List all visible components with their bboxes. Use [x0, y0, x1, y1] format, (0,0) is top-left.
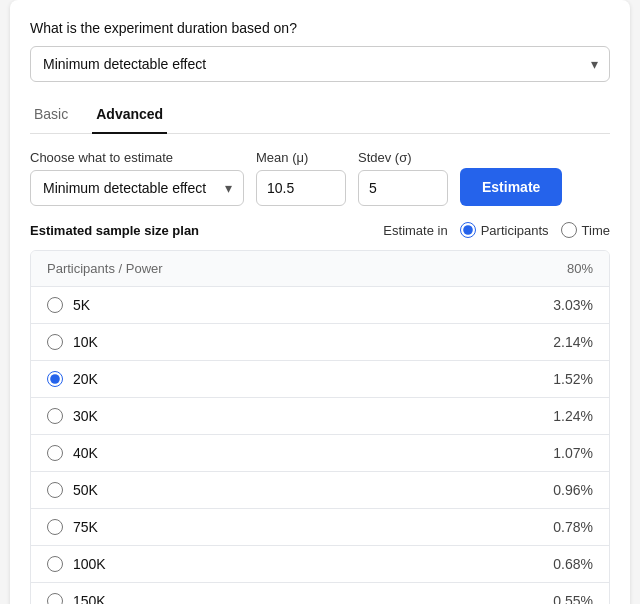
- tabs-container: Basic Advanced: [30, 98, 610, 134]
- table-row: 10K2.14%: [31, 324, 609, 361]
- table-row: 100K0.68%: [31, 546, 609, 583]
- row-value-30k: 1.24%: [420, 398, 609, 435]
- row-participants-cell: 10K: [31, 324, 420, 361]
- mean-control-group: Mean (μ): [256, 150, 346, 206]
- question-label: What is the experiment duration based on…: [30, 20, 610, 36]
- estimate-control-group: Choose what to estimate Minimum detectab…: [30, 150, 244, 206]
- row-radio-30k[interactable]: [47, 408, 63, 424]
- row-label-75k: 75K: [73, 519, 98, 535]
- estimate-in-group: Estimate in Participants Time: [383, 222, 610, 238]
- table-row: 30K1.24%: [31, 398, 609, 435]
- table-row: 50K0.96%: [31, 472, 609, 509]
- row-radio-10k[interactable]: [47, 334, 63, 350]
- row-label-50k: 50K: [73, 482, 98, 498]
- row-radio-20k[interactable]: [47, 371, 63, 387]
- row-participants-cell: 5K: [31, 287, 420, 324]
- row-participants-cell: 20K: [31, 361, 420, 398]
- table-row: 150K0.55%: [31, 583, 609, 605]
- row-value-5k: 3.03%: [420, 287, 609, 324]
- controls-row: Choose what to estimate Minimum detectab…: [30, 150, 610, 206]
- row-radio-label-150k[interactable]: 150K: [47, 593, 404, 604]
- row-participants-cell: 30K: [31, 398, 420, 435]
- row-label-30k: 30K: [73, 408, 98, 424]
- participants-radio[interactable]: [460, 222, 476, 238]
- col-power-header: 80%: [420, 251, 609, 287]
- time-radio[interactable]: [561, 222, 577, 238]
- row-participants-cell: 40K: [31, 435, 420, 472]
- row-value-10k: 2.14%: [420, 324, 609, 361]
- row-participants-cell: 100K: [31, 546, 420, 583]
- row-value-75k: 0.78%: [420, 509, 609, 546]
- section-header: Estimated sample size plan Estimate in P…: [30, 222, 610, 238]
- table-row: 20K1.52%: [31, 361, 609, 398]
- row-label-150k: 150K: [73, 593, 106, 604]
- main-card: What is the experiment duration based on…: [10, 0, 630, 604]
- mean-label: Mean (μ): [256, 150, 346, 165]
- row-label-5k: 5K: [73, 297, 90, 313]
- row-value-40k: 1.07%: [420, 435, 609, 472]
- stdev-control-group: Stdev (σ): [358, 150, 448, 206]
- table-row: 5K3.03%: [31, 287, 609, 324]
- row-label-10k: 10K: [73, 334, 98, 350]
- stdev-label: Stdev (σ): [358, 150, 448, 165]
- row-value-50k: 0.96%: [420, 472, 609, 509]
- table-row: 75K0.78%: [31, 509, 609, 546]
- tab-basic[interactable]: Basic: [30, 98, 72, 134]
- estimate-button[interactable]: Estimate: [460, 168, 562, 206]
- participants-radio-option[interactable]: Participants: [460, 222, 549, 238]
- row-radio-label-5k[interactable]: 5K: [47, 297, 404, 313]
- section-title: Estimated sample size plan: [30, 223, 199, 238]
- row-participants-cell: 50K: [31, 472, 420, 509]
- row-radio-label-10k[interactable]: 10K: [47, 334, 404, 350]
- row-radio-75k[interactable]: [47, 519, 63, 535]
- row-radio-label-100k[interactable]: 100K: [47, 556, 404, 572]
- row-label-40k: 40K: [73, 445, 98, 461]
- row-radio-40k[interactable]: [47, 445, 63, 461]
- row-radio-5k[interactable]: [47, 297, 63, 313]
- table-row: 40K1.07%: [31, 435, 609, 472]
- row-participants-cell: 75K: [31, 509, 420, 546]
- time-label: Time: [582, 223, 610, 238]
- row-value-20k: 1.52%: [420, 361, 609, 398]
- participants-label: Participants: [481, 223, 549, 238]
- row-radio-label-20k[interactable]: 20K: [47, 371, 404, 387]
- duration-select[interactable]: Minimum detectable effect Fixed sample s…: [30, 46, 610, 82]
- sample-size-table: Participants / Power 80% 5K3.03%10K2.14%…: [31, 251, 609, 604]
- row-value-100k: 0.68%: [420, 546, 609, 583]
- table-container: Participants / Power 80% 5K3.03%10K2.14%…: [30, 250, 610, 604]
- duration-select-wrapper[interactable]: Minimum detectable effect Fixed sample s…: [30, 46, 610, 82]
- row-radio-50k[interactable]: [47, 482, 63, 498]
- row-radio-label-75k[interactable]: 75K: [47, 519, 404, 535]
- row-radio-150k[interactable]: [47, 593, 63, 604]
- row-radio-label-30k[interactable]: 30K: [47, 408, 404, 424]
- row-label-100k: 100K: [73, 556, 106, 572]
- time-radio-option[interactable]: Time: [561, 222, 610, 238]
- stdev-input[interactable]: [358, 170, 448, 206]
- estimate-in-label: Estimate in: [383, 223, 447, 238]
- row-radio-100k[interactable]: [47, 556, 63, 572]
- table-header-row: Participants / Power 80%: [31, 251, 609, 287]
- row-label-20k: 20K: [73, 371, 98, 387]
- row-value-150k: 0.55%: [420, 583, 609, 605]
- estimate-label: Choose what to estimate: [30, 150, 244, 165]
- row-radio-label-40k[interactable]: 40K: [47, 445, 404, 461]
- tab-advanced[interactable]: Advanced: [92, 98, 167, 134]
- mean-input[interactable]: [256, 170, 346, 206]
- estimate-select-wrapper[interactable]: Minimum detectable effect Sample size Du…: [30, 170, 244, 206]
- col-participants-header: Participants / Power: [31, 251, 420, 287]
- row-radio-label-50k[interactable]: 50K: [47, 482, 404, 498]
- row-participants-cell: 150K: [31, 583, 420, 605]
- estimate-select[interactable]: Minimum detectable effect Sample size Du…: [30, 170, 244, 206]
